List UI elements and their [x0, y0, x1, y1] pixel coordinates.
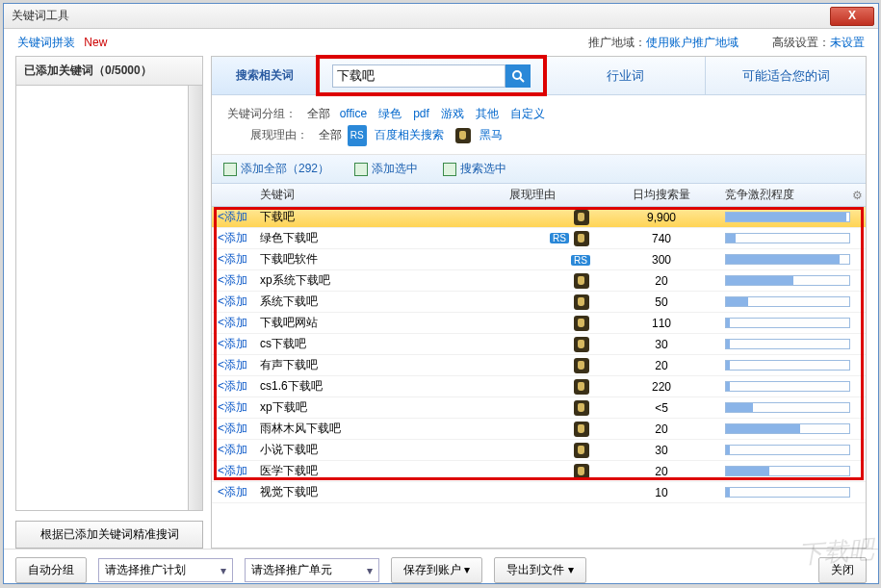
reason-filter-label: 展现理由： [250, 128, 308, 141]
tab-suggest[interactable]: 可能适合您的词 [706, 57, 866, 94]
add-sel-icon [354, 163, 368, 176]
autogroup-button[interactable]: 自动分组 [15, 557, 87, 583]
cell-keyword: cs1.6下载吧 [254, 378, 504, 395]
add-link[interactable]: 添加 [224, 379, 247, 393]
cell-keyword: xp下载吧 [254, 399, 504, 416]
add-link[interactable]: 添加 [224, 231, 247, 244]
cell-keyword: 下载吧网站 [254, 315, 504, 331]
horse-icon [574, 273, 589, 289]
plan-select[interactable]: 请选择推广计划▾ [98, 558, 233, 582]
table-row[interactable]: <添加下载吧软件RS300 [212, 249, 866, 270]
add-link[interactable]: 添加 [224, 485, 247, 499]
cell-keyword: 有声下载吧 [254, 357, 504, 373]
cell-keyword: 视觉下载吧 [254, 484, 504, 500]
table-row[interactable]: <添加cs下载吧30 [212, 334, 866, 355]
cell-reason [504, 273, 604, 289]
add-link[interactable]: 添加 [224, 337, 247, 350]
cell-reason [504, 316, 604, 331]
unit-select[interactable]: 请选择推广单元▾ [245, 558, 379, 582]
reason-hm-link[interactable]: 黑马 [479, 128, 503, 141]
add-link[interactable]: 添加 [224, 443, 247, 456]
search-button[interactable] [505, 64, 531, 88]
horse-icon [574, 210, 589, 225]
cell-daily: 9,900 [604, 211, 719, 224]
group-filter-0[interactable]: office [340, 107, 367, 120]
table-row[interactable]: <添加下载吧网站110 [212, 313, 866, 334]
table-row[interactable]: <添加xp系统下载吧20 [212, 270, 866, 292]
col-competition[interactable]: 竞争激烈程度 [719, 187, 846, 203]
add-selected-button[interactable]: 添加选中 [354, 161, 418, 177]
col-reason[interactable]: 展现理由 [504, 187, 604, 203]
group-filter-3[interactable]: 游戏 [441, 107, 464, 120]
add-link[interactable]: 添加 [224, 273, 247, 287]
keyword-assemble-link[interactable]: 关键词拼装 [17, 36, 75, 49]
horse-icon [574, 422, 589, 437]
add-link[interactable]: 添加 [224, 210, 247, 223]
gear-icon[interactable]: ⚙ [846, 189, 866, 202]
group-filter-all[interactable]: 全部 [307, 107, 330, 120]
group-filter-5[interactable]: 自定义 [510, 107, 545, 120]
cell-keyword: 下载吧 [254, 209, 504, 225]
add-all-button[interactable]: 添加全部（292） [223, 161, 329, 177]
chevron-down-icon: ▾ [220, 564, 226, 577]
group-filter-1[interactable]: 绿色 [378, 107, 402, 120]
cell-reason [504, 294, 604, 310]
reason-rs-link[interactable]: 百度相关搜索 [375, 128, 444, 141]
cell-competition [719, 381, 846, 392]
save-button[interactable]: 保存到账户 ▾ [391, 557, 482, 583]
table-row[interactable]: <添加下载吧9,900 [212, 207, 866, 228]
table-row[interactable]: <添加小说下载吧30 [212, 440, 866, 461]
add-link[interactable]: 添加 [224, 294, 247, 308]
table-row[interactable]: <添加有声下载吧20 [212, 355, 866, 376]
cell-competition [719, 360, 846, 371]
cell-daily: 20 [604, 465, 719, 478]
search-selected-button[interactable]: 搜索选中 [443, 161, 506, 177]
close-button[interactable]: X [830, 7, 874, 26]
refine-search-button[interactable]: 根据已添加关键词精准搜词 [15, 521, 203, 549]
adv-label: 高级设置： [772, 36, 830, 49]
cell-competition [719, 423, 846, 434]
table-row[interactable]: <添加视觉下载吧10 [212, 482, 866, 503]
region-link[interactable]: 使用账户推广地域 [646, 36, 738, 49]
table-row[interactable]: <添加xp下载吧<5 [212, 397, 866, 419]
add-link[interactable]: 添加 [224, 252, 247, 266]
close-bottom-button[interactable]: 关闭 [818, 557, 867, 583]
add-link[interactable]: 添加 [224, 422, 247, 435]
adv-link[interactable]: 未设置 [830, 36, 865, 49]
top-toolbar: 关键词拼装 New 推广地域：使用账户推广地域 高级设置：未设置 [4, 29, 878, 56]
horse-icon [574, 337, 589, 352]
tab-industry[interactable]: 行业词 [545, 57, 706, 94]
export-button[interactable]: 导出到文件 ▾ [494, 557, 585, 583]
tab-search-related[interactable]: 搜索相关词 [212, 57, 318, 94]
cell-competition [719, 339, 846, 349]
table-row[interactable]: <添加医学下载吧20 [212, 461, 866, 482]
table-row[interactable]: <添加绿色下载吧RS740 [212, 228, 866, 249]
col-daily[interactable]: 日均搜索量 [604, 187, 719, 203]
table-row[interactable]: <添加cs1.6下载吧220 [212, 376, 866, 397]
reason-filter-all[interactable]: 全部 [319, 128, 342, 141]
svg-line-1 [520, 78, 524, 82]
app-window: 关键词工具 X 关键词拼装 New 推广地域：使用账户推广地域 高级设置：未设置… [3, 3, 879, 584]
add-link[interactable]: 添加 [224, 400, 247, 414]
search-input[interactable] [332, 64, 505, 88]
table-row[interactable]: <添加雨林木风下载吧20 [212, 419, 866, 440]
add-link[interactable]: 添加 [224, 464, 247, 477]
cell-keyword: xp系统下载吧 [254, 272, 504, 289]
add-link[interactable]: 添加 [224, 316, 247, 329]
left-scrollbar[interactable] [188, 86, 202, 510]
cell-daily: 220 [604, 380, 719, 394]
chevron-down-icon: ▾ [367, 564, 373, 577]
add-all-icon [223, 163, 237, 176]
group-filter-4[interactable]: 其他 [476, 107, 499, 120]
group-filter-2[interactable]: pdf [413, 107, 429, 120]
window-title: 关键词工具 [12, 8, 69, 24]
cell-daily: 20 [604, 422, 719, 436]
table-row[interactable]: <添加系统下载吧50 [212, 292, 866, 313]
cell-competition [719, 402, 846, 413]
col-keyword[interactable]: 关键词 [254, 187, 504, 203]
right-panel: 搜索相关词 行业词 可能适合您的词 关键词分组： 全部 office绿色pdf游… [211, 56, 867, 549]
new-badge: New [84, 36, 107, 49]
cell-daily: 30 [604, 338, 719, 351]
add-link[interactable]: 添加 [224, 358, 247, 371]
cell-reason [504, 379, 604, 395]
